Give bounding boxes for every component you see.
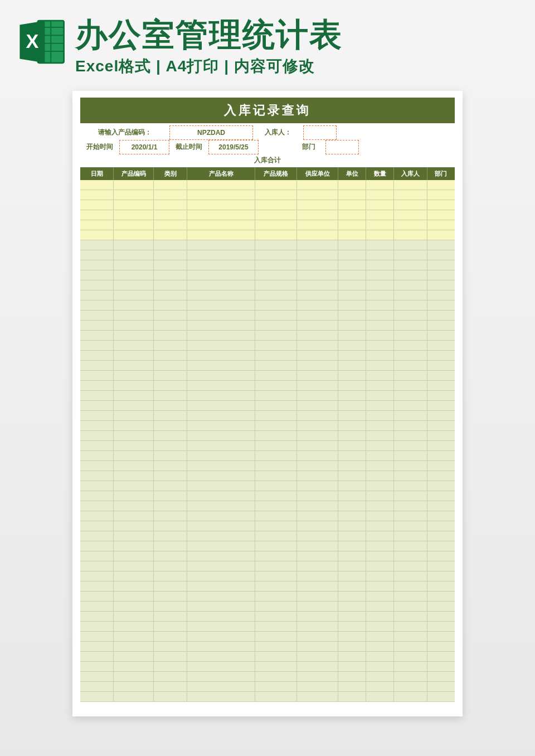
table-column-header: 数量 [366,167,394,180]
table-row [80,632,455,642]
table-row [80,461,455,471]
table-row [80,451,455,461]
start-time-label: 开始时间 [80,140,119,154]
sheet-banner-title: 入库记录查询 [80,98,455,123]
table-row [80,361,455,371]
table-row [80,561,455,571]
dept-input[interactable] [325,140,359,154]
end-time-input[interactable]: 2019/5/25 [208,140,259,154]
table-row [80,491,455,501]
table-column-header: 产品编码 [114,167,154,180]
table-row [80,662,455,672]
table-row [80,541,455,551]
table-row [80,521,455,531]
table-column-header: 入库人 [393,167,427,180]
table-row [80,501,455,511]
dept-label: 部门 [292,140,325,154]
table-row [80,311,455,321]
table-row [80,371,455,381]
svg-text:X: X [26,31,38,52]
table-row [80,301,455,311]
query-area: 请输入产品编码： NPZDAD 入库人： 开始时间 2020/1/1 截止时间 … [80,125,455,154]
table-row [80,401,455,411]
data-table: 日期产品编码类别产品名称产品规格供应单位单位数量入库人部门 [80,167,455,702]
svg-rect-5 [50,21,51,63]
product-code-input[interactable]: NPZDAD [169,125,253,140]
table-row [80,180,455,190]
table-column-header: 单位 [338,167,366,180]
table-row [80,341,455,351]
table-row [80,551,455,561]
table-row [80,250,455,260]
table-row [80,220,455,230]
header-text: 办公室管理统计表 Excel格式 | A4打印 | 内容可修改 [75,17,529,77]
warehouser-input[interactable] [303,125,337,140]
table-row [80,321,455,331]
end-time-label: 截止时间 [169,140,208,154]
table-row [80,652,455,662]
page-subtitle: Excel格式 | A4打印 | 内容可修改 [75,56,529,77]
table-row [80,481,455,491]
table-row [80,672,455,682]
table-row [80,692,455,702]
table-column-header: 产品规格 [255,167,297,180]
table-row [80,571,455,581]
table-row [80,511,455,521]
table-row [80,190,455,200]
page-header: X 办公室管理统计表 Excel格式 | A4打印 | 内容可修改 [0,0,535,83]
table-row [80,581,455,592]
table-row [80,270,455,280]
table-row [80,642,455,652]
table-column-header: 日期 [80,167,114,180]
table-column-header: 产品名称 [187,167,255,180]
table-row [80,230,455,240]
warehouser-label: 入库人： [253,125,303,140]
table-row [80,210,455,220]
table-row [80,240,455,250]
table-row [80,612,455,622]
table-column-header: 类别 [154,167,187,180]
table-row [80,200,455,210]
table-row [80,351,455,361]
table-row [80,280,455,290]
table-row [80,421,455,431]
excel-sheet: 入库记录查询 请输入产品编码： NPZDAD 入库人： 开始时间 2020/1/… [72,91,463,717]
table-row [80,592,455,602]
table-row [80,391,455,401]
table-header-row: 日期产品编码类别产品名称产品规格供应单位单位数量入库人部门 [80,167,455,180]
table-row [80,531,455,541]
table-row [80,411,455,421]
table-row [80,290,455,301]
start-time-input[interactable]: 2020/1/1 [119,140,169,154]
table-column-header: 部门 [427,167,455,180]
table-row [80,622,455,632]
subtotal-label: 入库合计 [80,154,455,167]
page-title: 办公室管理统计表 [75,17,529,52]
table-row [80,381,455,391]
table-row [80,602,455,612]
excel-logo-icon: X [17,17,67,67]
table-row [80,682,455,692]
table-row [80,260,455,270]
table-row [80,441,455,451]
table-row [80,331,455,341]
table-row [80,431,455,441]
table-column-header: 供应单位 [296,167,338,180]
product-code-label: 请输入产品编码： [80,125,169,140]
table-row [80,471,455,481]
